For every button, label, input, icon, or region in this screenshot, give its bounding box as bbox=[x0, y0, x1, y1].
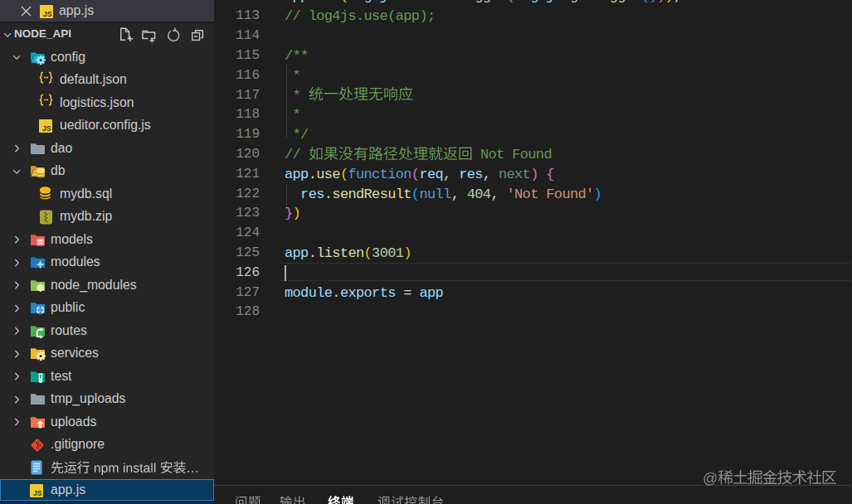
svg-text:JS: JS bbox=[43, 10, 52, 18]
svg-text:JS: JS bbox=[42, 124, 51, 133]
svg-text:JS: JS bbox=[33, 489, 42, 497]
